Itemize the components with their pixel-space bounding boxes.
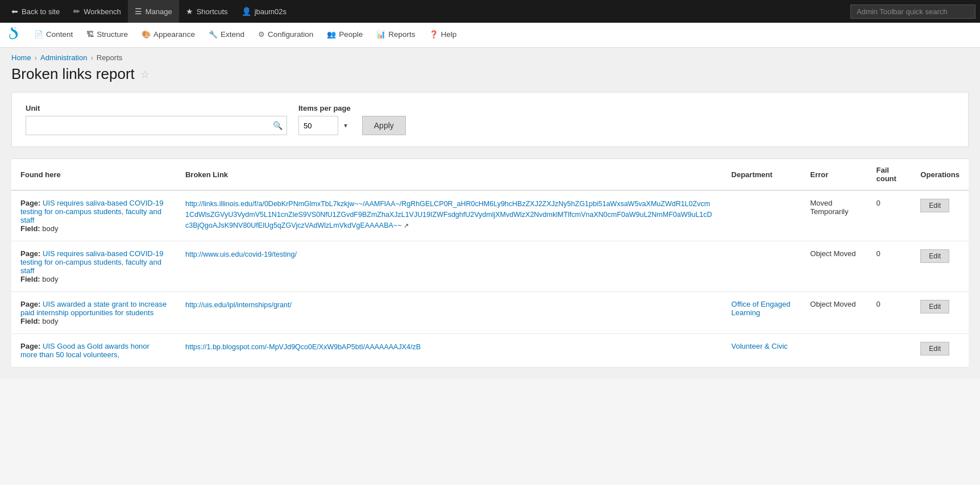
cell-operations: Edit xyxy=(911,190,969,241)
found-here-field: Field: body xyxy=(20,317,58,325)
unit-label: Unit xyxy=(26,104,287,112)
shortcuts-button[interactable]: ★ Shortcuts xyxy=(179,0,235,23)
broken-link-url[interactable]: http://uis.edu/ipl/internships/grant/ xyxy=(185,301,292,309)
bookmark-icon[interactable]: ☆ xyxy=(140,68,150,81)
structure-icon: 🏗 xyxy=(86,30,94,39)
cell-error: Object Moved xyxy=(801,241,867,292)
unit-input[interactable] xyxy=(26,116,287,135)
report-table: Found here Broken Link Department Error … xyxy=(11,158,969,367)
department-link[interactable]: Volunteer & Civic xyxy=(732,342,788,350)
cell-found-here: Page: UIS requires saliva-based COVID-19… xyxy=(11,241,176,292)
found-here-link[interactable]: UIS Good as Gold awards honor more than … xyxy=(20,342,150,359)
back-to-site-button[interactable]: ⬅ Back to site xyxy=(5,0,67,23)
nav-item-appearance[interactable]: 🎨 Appearance xyxy=(135,23,202,48)
cell-operations: Edit xyxy=(911,292,969,334)
items-per-page-label: Items per page xyxy=(298,104,351,112)
cell-broken-link: https://1.bp.blogspot.com/-MpVJd9Qco0E/X… xyxy=(176,334,722,367)
filter-box: Unit 🔍 Items per page 10 25 50 100 xyxy=(11,92,969,147)
main-content: Unit 🔍 Items per page 10 25 50 100 xyxy=(0,92,980,379)
drupal-nav: 📄 Content 🏗 Structure 🎨 Appearance 🔧 Ext… xyxy=(0,23,980,48)
cell-error: Moved Temporarily xyxy=(801,190,867,241)
found-here-prefix: Page: xyxy=(20,199,40,207)
breadcrumb-sep-2: › xyxy=(90,53,93,62)
apply-button-wrap: Apply xyxy=(362,116,406,135)
edit-button[interactable]: Edit xyxy=(920,199,949,212)
edit-button[interactable]: Edit xyxy=(920,342,949,356)
breadcrumb-administration[interactable]: Administration xyxy=(40,53,87,62)
filter-row: Unit 🔍 Items per page 10 25 50 100 xyxy=(26,104,954,135)
nav-item-help[interactable]: ❓ Help xyxy=(422,23,464,48)
unit-input-wrap: 🔍 xyxy=(26,116,287,135)
breadcrumb-home[interactable]: Home xyxy=(11,53,31,62)
items-per-page-select[interactable]: 10 25 50 100 xyxy=(298,116,338,135)
help-icon: ❓ xyxy=(429,30,438,39)
table-row: Page: UIS awarded a state grant to incre… xyxy=(11,292,969,334)
toolbar-search-input[interactable] xyxy=(850,5,975,19)
page-title-area: Broken links report ☆ xyxy=(11,62,969,92)
cell-department xyxy=(722,241,802,292)
nav-item-people[interactable]: 👥 People xyxy=(320,23,369,48)
col-error: Error xyxy=(801,159,867,191)
configuration-icon: ⚙ xyxy=(258,30,265,39)
col-found-here: Found here xyxy=(11,159,176,191)
extend-icon: 🔧 xyxy=(209,30,218,39)
people-icon: 👥 xyxy=(327,30,336,39)
edit-button[interactable]: Edit xyxy=(920,249,949,263)
cell-fail-count: 0 xyxy=(867,190,912,241)
menu-icon: ☰ xyxy=(135,7,142,16)
cell-found-here: Page: UIS Good as Gold awards honor more… xyxy=(11,334,176,367)
col-operations: Operations xyxy=(911,159,969,191)
department-link[interactable]: Office of Engaged Learning xyxy=(732,300,791,317)
found-here-link[interactable]: UIS awarded a state grant to increase pa… xyxy=(20,300,167,317)
table-row: Page: UIS requires saliva-based COVID-19… xyxy=(11,190,969,241)
nav-item-content[interactable]: 📄 Content xyxy=(27,23,80,48)
reports-icon: 📊 xyxy=(376,30,385,39)
found-here-prefix: Page: xyxy=(20,342,40,350)
breadcrumb: Home › Administration › Reports xyxy=(11,53,969,62)
table-row: Page: UIS Good as Gold awards honor more… xyxy=(11,334,969,367)
found-here-link[interactable]: UIS requires saliva-based COVID-19 testi… xyxy=(20,199,163,224)
home-icon: ⬅ xyxy=(11,7,18,16)
cell-broken-link: http://www.uis.edu/covid-19/testing/ xyxy=(176,241,722,292)
items-per-page-group: Items per page 10 25 50 100 xyxy=(298,104,351,135)
external-link-icon: ↗ xyxy=(404,222,409,229)
broken-link-url[interactable]: http://www.uis.edu/covid-19/testing/ xyxy=(185,250,297,258)
cell-department xyxy=(722,190,802,241)
cell-found-here: Page: UIS requires saliva-based COVID-19… xyxy=(11,190,176,241)
found-here-prefix: Page: xyxy=(20,300,40,308)
items-per-page-select-wrap: 10 25 50 100 xyxy=(298,116,351,135)
drupal-logo[interactable] xyxy=(5,25,25,45)
breadcrumb-reports: Reports xyxy=(97,53,123,62)
found-here-link[interactable]: UIS requires saliva-based COVID-19 testi… xyxy=(20,249,163,275)
nav-item-structure[interactable]: 🏗 Structure xyxy=(80,23,135,48)
appearance-icon: 🎨 xyxy=(142,30,151,39)
breadcrumb-area: Home › Administration › Reports Broken l… xyxy=(0,48,980,92)
user-button[interactable]: 👤 jbaum02s xyxy=(235,0,293,23)
nav-item-extend[interactable]: 🔧 Extend xyxy=(202,23,251,48)
workbench-button[interactable]: ✏ Workbench xyxy=(67,0,128,23)
cell-found-here: Page: UIS awarded a state grant to incre… xyxy=(11,292,176,334)
content-icon: 📄 xyxy=(34,30,43,39)
nav-item-reports[interactable]: 📊 Reports xyxy=(369,23,422,48)
cell-fail-count: 0 xyxy=(867,292,912,334)
found-here-prefix: Page: xyxy=(20,249,40,258)
broken-link-url[interactable]: https://1.bp.blogspot.com/-MpVJd9Qco0E/X… xyxy=(185,343,421,351)
broken-link-url[interactable]: http://links.illinois.edu/f/a/0DebKrPNmG… xyxy=(185,200,712,229)
cell-broken-link: http://links.illinois.edu/f/a/0DebKrPNmG… xyxy=(176,190,722,241)
cell-department: Office of Engaged Learning xyxy=(722,292,802,334)
manage-button[interactable]: ☰ Manage xyxy=(128,0,179,23)
col-broken-link: Broken Link xyxy=(176,159,722,191)
cell-fail-count: 0 xyxy=(867,241,912,292)
page-title: Broken links report xyxy=(11,65,135,83)
admin-toolbar: ⬅ Back to site ✏ Workbench ☰ Manage ★ Sh… xyxy=(0,0,980,23)
nav-item-configuration[interactable]: ⚙ Configuration xyxy=(251,23,320,48)
cell-error: Object Moved xyxy=(801,292,867,334)
found-here-field: Field: body xyxy=(20,275,58,283)
cell-error xyxy=(801,334,867,367)
apply-button[interactable]: Apply xyxy=(362,116,406,135)
table-header-row: Found here Broken Link Department Error … xyxy=(11,159,969,191)
cell-department: Volunteer & Civic xyxy=(722,334,802,367)
edit-button[interactable]: Edit xyxy=(920,300,949,313)
table-row: Page: UIS requires saliva-based COVID-19… xyxy=(11,241,969,292)
found-here-field: Field: body xyxy=(20,224,58,233)
